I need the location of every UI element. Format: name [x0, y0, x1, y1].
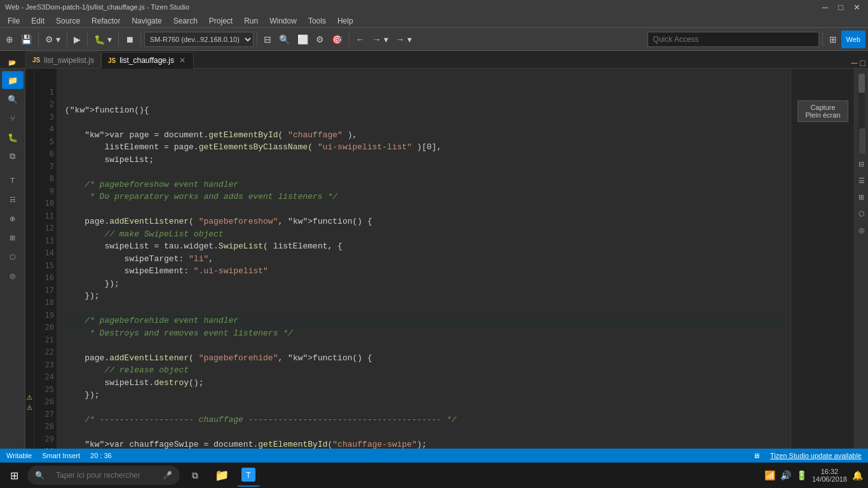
menu-file[interactable]: File	[3, 14, 25, 27]
minimize-button[interactable]: ─	[820, 3, 831, 12]
menu-refactor[interactable]: Refactor	[86, 14, 125, 27]
sidebar-debug-icon[interactable]: 🐛	[2, 128, 24, 146]
menu-search[interactable]: Search	[168, 14, 203, 27]
toolbar-separator-1	[38, 32, 39, 46]
editor-wrapper: ⚠⚠ 1234567891011121314151617181920212223…	[25, 69, 790, 449]
toolbar-separator-8	[822, 32, 823, 46]
tab-label-2: list_chauffage.js	[119, 56, 174, 65]
gutter-warnings: ⚠⚠	[25, 69, 34, 449]
writable-status: Writable	[6, 452, 32, 459]
taskbar-mic-icon[interactable]: 🎤	[163, 471, 172, 480]
capture-btn[interactable]: Capture Plein écran	[797, 100, 848, 122]
maximize-button[interactable]: □	[836, 3, 846, 12]
menu-navigate[interactable]: Navigate	[126, 14, 166, 27]
position-status: 20 : 36	[90, 452, 112, 459]
status-right: 🖥 Tizen Studio update available	[753, 452, 862, 459]
tab-minimize-btn[interactable]: ─	[851, 58, 858, 68]
toolbar-stop-btn[interactable]: ⏹	[122, 30, 137, 48]
toolbar: ⊕ 💾 ⚙ ▾ ▶ 🐛 ▾ ⏹ SM-R760 (dev...92.168.0.…	[0, 28, 868, 51]
tab-bar: 📂 ☰ JS list_swipelist.js JS list_chauffa…	[0, 51, 868, 69]
update-icon: 🖥	[753, 452, 760, 459]
menu-run[interactable]: Run	[239, 14, 263, 27]
start-button[interactable]: ⊞	[5, 467, 24, 484]
toolbar-fwd-btn[interactable]: → ▾	[369, 30, 391, 48]
toolbar-separator-7	[349, 32, 349, 46]
taskbar-tizen-studio[interactable]: T	[237, 464, 260, 487]
taskbar-time: 16:32 14/06/2018	[812, 468, 847, 483]
device-select[interactable]: SM-R760 (dev...92.168.0.10)	[144, 32, 254, 47]
toolbar-fwd2-btn[interactable]: → ▾	[393, 30, 415, 48]
toolbar-perspective-btn[interactable]: Web	[841, 30, 865, 48]
toolbar-separator-5	[140, 32, 141, 46]
toolbar-layout-btn[interactable]: ⊞	[826, 30, 840, 48]
sidebar-icon-11[interactable]: ◎	[2, 267, 24, 285]
speaker-icon: 🔊	[780, 470, 791, 480]
left-sidebar: 📁 🔍 ⑂ 🐛 ⧉ T ☵ ⊕ ⊞ ⬡ ◎	[0, 69, 25, 449]
toolbar-new-btn[interactable]: ⊕	[3, 30, 17, 48]
tab-close-btn[interactable]: ✕	[178, 56, 187, 65]
tizen-update-link[interactable]: Tizen Studio update available	[770, 452, 862, 459]
battery-icon: 🔋	[796, 470, 807, 480]
title-bar: Web - JeeS3Dom-patch-1/js/list_chauffage…	[0, 0, 868, 14]
menu-help[interactable]: Help	[332, 14, 358, 27]
taskbar-search-input[interactable]	[48, 466, 159, 485]
tab-swipelist[interactable]: JS list_swipelist.js	[25, 51, 101, 68]
sidebar-icon-8[interactable]: ⊕	[2, 210, 24, 227]
code-content[interactable]: ("kw">function(){ "kw">var page = docume…	[57, 69, 790, 449]
toolbar-separator-3	[87, 32, 88, 46]
line-numbers: 1234567891011121314151617181920212223242…	[34, 69, 57, 449]
sidebar-extensions-icon[interactable]: ⧉	[2, 147, 24, 165]
toolbar-run-btn[interactable]: ▶	[71, 30, 84, 48]
tizen-icon: T	[241, 468, 255, 482]
tab-chauffage[interactable]: JS list_chauffage.js ✕	[101, 52, 194, 69]
title-text: Web - JeeS3Dom-patch-1/js/list_chauffage…	[5, 3, 189, 11]
menu-edit[interactable]: Edit	[26, 14, 50, 27]
toolbar-btn9[interactable]: ⬜	[294, 30, 311, 48]
status-left: Writable Smart Insert 20 : 36	[6, 452, 112, 459]
toolbar-btn7[interactable]: ⊟	[261, 30, 275, 48]
quick-access-input[interactable]	[648, 32, 819, 47]
toolbar-separator-4	[118, 32, 119, 46]
sidebar-search-icon[interactable]: 🔍	[2, 90, 24, 108]
toolbar-btn8[interactable]: 🔍	[276, 30, 293, 48]
status-bar: Writable Smart Insert 20 : 36 🖥 Tizen St…	[0, 449, 868, 463]
sidebar-icon-10[interactable]: ⬡	[2, 248, 24, 266]
sidebar-icon-9[interactable]: ⊞	[2, 229, 24, 247]
menu-tools[interactable]: Tools	[303, 14, 331, 27]
toolbar-separator-6	[257, 32, 257, 46]
mini-map: Capture Plein écran	[790, 69, 854, 449]
sidebar-explorer-icon[interactable]: 📁	[2, 71, 24, 89]
close-button[interactable]: ✕	[851, 3, 863, 12]
notification-icon[interactable]: 🔔	[852, 470, 863, 480]
menu-source[interactable]: Source	[51, 14, 85, 27]
menu-bar: File Edit Source Refactor Navigate Searc…	[0, 14, 868, 28]
toolbar-back-btn[interactable]: ←	[353, 30, 368, 48]
network-icon: 📶	[764, 470, 775, 480]
svg-text:T: T	[246, 471, 251, 480]
toolbar-btn11[interactable]: 🎯	[329, 30, 346, 48]
tab-icon-1: JS	[32, 57, 40, 64]
toolbar-separator-2	[67, 32, 67, 46]
tab-icon-2: JS	[108, 57, 116, 64]
sidebar-git-icon[interactable]: ⑂	[2, 109, 24, 127]
toolbar-debug-btn[interactable]: 🐛 ▾	[91, 30, 115, 48]
toolbar-btn10[interactable]: ⚙	[313, 30, 327, 48]
title-controls: ─ □ ✕	[820, 3, 863, 12]
taskbar-task-view[interactable]: ⧉	[184, 464, 207, 487]
taskbar-file-explorer[interactable]: 📁	[210, 464, 233, 487]
menu-window[interactable]: Window	[264, 14, 302, 27]
toolbar-settings-btn[interactable]: ⚙ ▾	[42, 30, 64, 48]
tab-maximize-btn[interactable]: □	[860, 58, 865, 68]
taskbar-right: 📶 🔊 🔋 16:32 14/06/2018 🔔	[764, 468, 863, 483]
sidebar-icon-7[interactable]: ☵	[2, 191, 24, 208]
smart-insert-status: Smart Insert	[42, 452, 80, 459]
far-right-panel: ⊟ ☰ ⊞ ⬡ ◎	[854, 69, 868, 449]
toolbar-save-btn[interactable]: 💾	[18, 30, 35, 48]
menu-project[interactable]: Project	[204, 14, 238, 27]
taskbar: ⊞ 🔍 🎤 ⧉ 📁 T 📶 🔊 🔋 16:32 14/06/2018 🔔	[0, 463, 868, 488]
taskbar-search-icon: 🔍	[35, 471, 44, 480]
sidebar-icon-6[interactable]: T	[2, 172, 24, 189]
tab-label-1: list_swipelist.js	[44, 56, 94, 65]
